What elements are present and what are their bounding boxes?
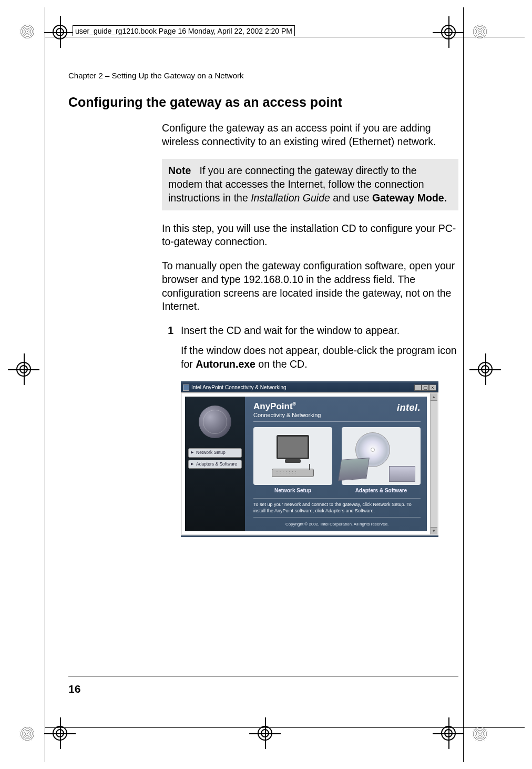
info-text: To set up your network and connect to th… (253, 498, 421, 518)
corner-pattern-br (472, 726, 488, 742)
note-box: Note If you are connecting the gateway d… (162, 159, 458, 210)
brand-reg-mark: ® (293, 402, 296, 407)
installer-screenshot: Intel AnyPoint Connectivity & Networking… (181, 381, 438, 537)
window-app-icon (183, 384, 189, 391)
step-1-line-2-after: on the CD. (255, 358, 308, 370)
intel-logo: intel. (397, 402, 421, 414)
close-button[interactable]: × (429, 384, 436, 391)
paragraph-cd-step: In this step, you will use the installat… (162, 222, 458, 249)
brand-title: AnyPoint® Connectivity & Networking (253, 401, 321, 418)
register-mark-bottom-center (258, 726, 272, 741)
sidebar-btn-adapters-software[interactable]: Adapters & Software (188, 460, 242, 469)
brand-title-text: AnyPoint (253, 401, 293, 411)
card-icon (389, 466, 415, 482)
monitor-icon (277, 435, 309, 459)
step-1-line-2: If the window does not appear, double-cl… (181, 344, 458, 371)
section-title: Configuring the gateway as an access poi… (68, 95, 458, 110)
router-icon (272, 469, 314, 477)
header-tag: user_guide_rg1210.book Page 16 Monday, A… (73, 25, 295, 36)
page-number: 16 (68, 683, 80, 695)
intro-paragraph: Configure the gateway as an access point… (162, 122, 458, 148)
scroll-down-button[interactable]: ▾ (431, 527, 437, 534)
scroll-up-button[interactable]: ▴ (431, 393, 437, 401)
register-mark-bottom-left (53, 726, 67, 741)
sidebar-btn-network-setup[interactable]: Network Setup (188, 448, 242, 457)
note-label: Note (168, 165, 191, 176)
crop-rule-left (45, 7, 45, 762)
globe-illustration (188, 401, 242, 443)
corner-pattern-tl (19, 24, 35, 39)
panel-network-setup[interactable]: Network Setup (253, 427, 332, 494)
maximize-button[interactable]: ▢ (422, 384, 429, 391)
step-1-line-2-bold: Autorun.exe (196, 358, 255, 370)
copyright-text: Copyright © 2002, Intel Corporation. All… (253, 522, 421, 528)
panel-network-setup-caption: Network Setup (253, 487, 332, 494)
scrollbar[interactable]: ▴ ▾ (430, 393, 437, 534)
step-1-line-1: Insert the CD and wait for the window to… (181, 324, 458, 338)
crop-rule-right (463, 7, 464, 762)
main-panel: AnyPoint® Connectivity & Networking inte… (245, 397, 427, 531)
paragraph-manual-open: To manually open the gateway configurati… (162, 259, 458, 313)
register-mark-top-right (441, 25, 456, 39)
window-title: Intel AnyPoint Connectivity & Networking (191, 384, 287, 391)
register-mark-top-left (53, 25, 67, 39)
register-mark-bottom-right (441, 726, 456, 741)
step-1: 1 Insert the CD and wait for the window … (162, 324, 458, 377)
window-titlebar: Intel AnyPoint Connectivity & Networking… (181, 383, 438, 392)
corner-pattern-bl (19, 726, 35, 742)
brand-subtitle: Connectivity & Networking (253, 412, 321, 418)
footer-rule (68, 676, 458, 676)
brand-row: AnyPoint® Connectivity & Networking inte… (253, 402, 421, 422)
sidebar: Network Setup Adapters & Software (185, 397, 245, 531)
note-text-part2: and use (330, 192, 372, 204)
corner-pattern-tr (472, 24, 488, 39)
note-bold: Gateway Mode. (372, 192, 447, 204)
note-italic: Installation Guide (251, 192, 330, 204)
chapter-line: Chapter 2 – Setting Up the Gateway on a … (68, 71, 458, 80)
panel-adapters-caption: Adapters & Software (342, 487, 421, 494)
register-mark-mid-left (16, 362, 31, 377)
step-number: 1 (162, 324, 173, 377)
box-icon (338, 458, 370, 481)
minimize-button[interactable]: _ (414, 384, 422, 391)
panel-adapters-software[interactable]: Adapters & Software (342, 427, 421, 494)
register-mark-mid-right (478, 362, 493, 377)
